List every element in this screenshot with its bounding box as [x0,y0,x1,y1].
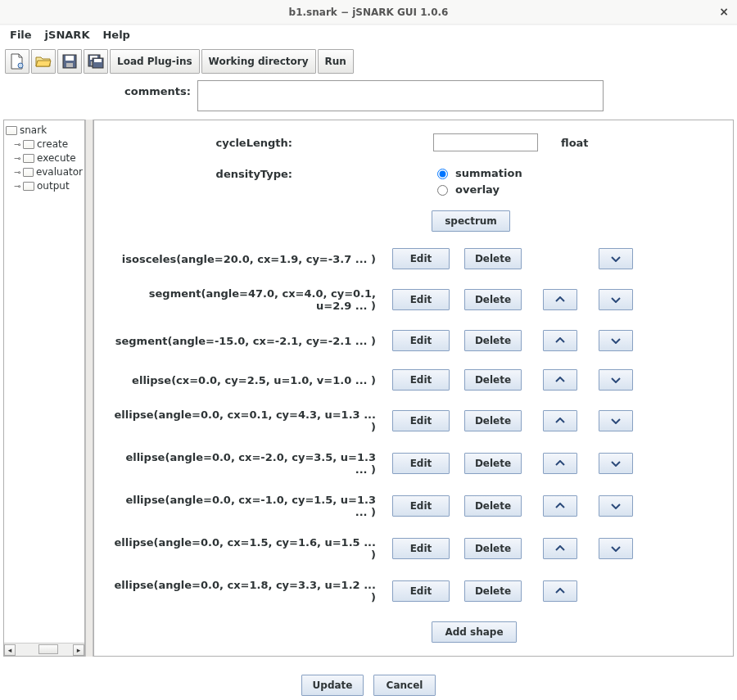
svg-point-0 [18,63,23,68]
move-up-button[interactable] [543,369,577,391]
comments-input[interactable] [197,80,604,111]
edit-button[interactable]: Edit [392,495,450,517]
shape-row: ellipse(angle=0.0, cx=1.5, cy=1.6, u=1.5… [114,536,713,561]
delete-button[interactable]: Delete [464,248,522,269]
move-down-button[interactable] [599,330,633,351]
edit-button[interactable]: Edit [392,538,450,559]
move-up-button[interactable] [543,289,577,310]
move-down-button[interactable] [599,495,633,517]
edit-button[interactable]: Edit [392,248,450,269]
window-title: b1.snark − jSNARK GUI 1.0.6 [289,7,449,18]
menubar: File jSNARK Help [0,25,737,44]
delete-button[interactable]: Delete [464,580,522,602]
radio-summation-label: summation [455,167,522,179]
shape-text: segment(angle=47.0, cx=4.0, cy=0.1, u=2.… [114,287,392,312]
cyclelength-input[interactable] [433,133,538,151]
tree-label: evaluator [36,165,83,179]
expand-icon[interactable]: ⊸ [14,179,20,193]
scroll-left-icon[interactable]: ◂ [4,644,16,656]
densitytype-label: densityType: [114,166,319,180]
move-down-button[interactable] [599,289,633,310]
folder-icon [6,126,17,135]
move-down-button[interactable] [599,410,633,431]
delete-button[interactable]: Delete [464,330,522,351]
edit-button[interactable]: Edit [392,453,450,474]
edit-button[interactable]: Edit [392,580,450,602]
move-up-button[interactable] [543,410,577,431]
expand-icon[interactable]: ⊸ [14,165,20,179]
cyclelength-label: cycleLength: [114,137,319,149]
move-up-button[interactable] [543,580,577,602]
tree-node-execute[interactable]: ⊸ execute [14,151,83,165]
radio-overlay-label: overlay [455,183,500,196]
shape-buttons: EditDelete [392,369,671,391]
new-file-icon[interactable] [5,49,29,74]
save-icon[interactable] [57,49,82,74]
bottom-buttons: Update Cancel [0,658,737,696]
update-button[interactable]: Update [301,675,364,696]
delete-button[interactable]: Delete [464,369,522,391]
svg-rect-2 [66,56,74,61]
open-file-icon[interactable] [31,49,56,74]
svg-rect-8 [94,59,102,62]
shape-buttons: EditDelete [392,289,671,310]
delete-button[interactable]: Delete [464,289,522,310]
tree-label: create [37,138,68,151]
delete-button[interactable]: Delete [464,495,522,517]
shape-row: ellipse(angle=0.0, cx=0.1, cy=4.3, u=1.3… [114,409,713,433]
save-as-icon[interactable] [84,49,108,74]
cyclelength-row: cycleLength: float [114,133,713,151]
scroll-right-icon[interactable]: ▸ [73,644,84,656]
move-down-button[interactable] [599,369,633,391]
load-plugins-button[interactable]: Load Plug-ins [110,49,200,74]
tree-node-evaluator[interactable]: ⊸ evaluator [14,165,83,179]
run-button[interactable]: Run [318,49,354,74]
move-up-button[interactable] [543,330,577,351]
expand-icon[interactable]: ⊸ [14,138,20,151]
delete-button[interactable]: Delete [464,453,522,474]
radio-overlay-input[interactable] [437,185,448,196]
folder-icon [23,154,34,163]
move-down-button[interactable] [599,248,633,269]
move-up-button[interactable] [543,538,577,559]
delete-button[interactable]: Delete [464,410,522,431]
edit-button[interactable]: Edit [392,410,450,431]
scroll-track[interactable] [16,644,73,656]
move-up-button[interactable] [543,453,577,474]
shape-text: ellipse(angle=0.0, cx=-1.0, cy=1.5, u=1.… [114,494,392,518]
densitytype-row: densityType: summation overlay [114,166,713,196]
toolbar: Load Plug-ins Working directory Run [0,44,737,79]
radio-summation-input[interactable] [437,169,448,179]
shape-buttons: EditDelete [392,330,671,351]
move-up-button[interactable] [543,495,577,517]
move-down-button[interactable] [599,453,633,474]
edit-button[interactable]: Edit [392,289,450,310]
shape-buttons: EditDelete [392,538,671,559]
close-icon[interactable]: × [719,5,729,18]
menu-help[interactable]: Help [97,27,134,43]
tree-root[interactable]: snark [6,124,83,138]
tree-node-output[interactable]: ⊸ output [14,179,83,193]
working-directory-button[interactable]: Working directory [201,49,316,74]
expand-icon[interactable]: ⊸ [14,151,20,165]
spectrum-button[interactable]: spectrum [432,210,510,232]
edit-button[interactable]: Edit [392,369,450,391]
scroll-thumb[interactable] [38,644,58,654]
menu-file[interactable]: File [5,27,37,43]
shape-row: segment(angle=47.0, cx=4.0, cy=0.1, u=2.… [114,287,713,312]
move-down-button[interactable] [599,538,633,559]
menu-jsnark[interactable]: jSNARK [40,27,95,43]
edit-button[interactable]: Edit [392,330,450,351]
split-divider[interactable] [85,120,93,657]
radio-summation[interactable]: summation [433,166,522,179]
shape-row: ellipse(angle=0.0, cx=-1.0, cy=1.5, u=1.… [114,494,713,518]
cyclelength-type: float [538,137,589,149]
add-shape-button[interactable]: Add shape [432,621,517,643]
horizontal-scrollbar[interactable]: ◂ ▸ [4,643,84,656]
tree-node-create[interactable]: ⊸ create [14,138,83,151]
cancel-button[interactable]: Cancel [373,675,436,696]
shape-text: ellipse(angle=0.0, cx=0.1, cy=4.3, u=1.3… [114,409,392,433]
radio-overlay[interactable]: overlay [433,183,522,196]
delete-button[interactable]: Delete [464,538,522,559]
tree-label: execute [37,151,76,165]
